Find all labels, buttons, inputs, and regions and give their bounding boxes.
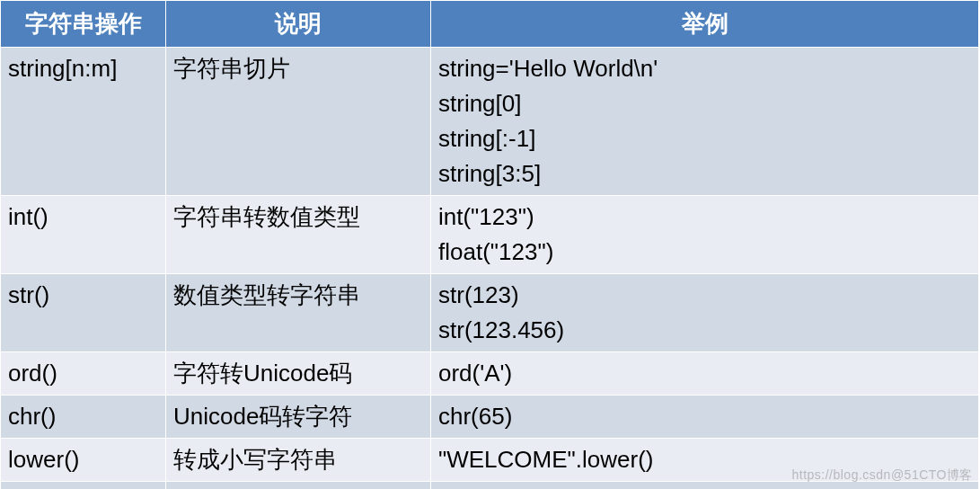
cell-example: chr(65) <box>431 396 979 439</box>
cell-description: 转成小写字符串 <box>166 439 431 482</box>
header-description: 说明 <box>166 1 431 48</box>
cell-example: ord('A') <box>431 352 979 396</box>
cell-example: string='Hello World\n' string[0] string[… <box>431 48 979 196</box>
header-operation: 字符串操作 <box>1 1 166 48</box>
cell-operation: ord() <box>1 352 166 396</box>
cell-operation: lower() <box>1 439 166 482</box>
header-example: 举例 <box>431 1 979 48</box>
table-row: str() 数值类型转字符串 str(123) str(123.456) <box>1 274 979 352</box>
cell-description: 字符串转数值类型 <box>166 196 431 274</box>
table-row: string[n:m] 字符串切片 string='Hello World\n'… <box>1 48 979 196</box>
cell-example: str(123) str(123.456) <box>431 274 979 352</box>
watermark: https://blog.csdn@51CTO博客 <box>791 467 973 484</box>
example-line: chr(65) <box>438 403 512 430</box>
example-line: ord('A') <box>438 360 512 387</box>
cell-example: int("123") float("123") <box>431 196 979 274</box>
string-operations-table: 字符串操作 说明 举例 string[n:m] 字符串切片 string='He… <box>0 0 979 489</box>
example-line: int("123") <box>438 203 534 230</box>
cell-operation: chr() <box>1 396 166 439</box>
table-row: int() 字符串转数值类型 int("123") float("123") <box>1 196 979 274</box>
cell-operation: int() <box>1 196 166 274</box>
example-line: str(123.456) <box>438 316 564 343</box>
example-line: string[:-1] <box>438 125 535 152</box>
cell-description: 数值类型转字符串 <box>166 274 431 352</box>
cell-operation: str() <box>1 274 166 352</box>
example-line: float("123") <box>438 238 553 265</box>
example-line: "WELCOME".lower() <box>438 446 653 473</box>
cell-description: 转成大写字符串 <box>166 482 431 490</box>
example-line: string[3:5] <box>438 160 541 187</box>
example-line: str(123) <box>438 281 519 308</box>
cell-description: 字符串切片 <box>166 48 431 196</box>
cell-description: Unicode码转字符 <box>166 396 431 439</box>
example-line: string[0] <box>438 90 522 117</box>
example-line: string='Hello World\n' <box>438 55 658 82</box>
table-row: chr() Unicode码转字符 chr(65) <box>1 396 979 439</box>
header-row: 字符串操作 说明 举例 <box>1 1 979 48</box>
table-row: ord() 字符转Unicode码 ord('A') <box>1 352 979 396</box>
cell-description: 字符转Unicode码 <box>166 352 431 396</box>
cell-operation: upper() <box>1 482 166 490</box>
cell-operation: string[n:m] <box>1 48 166 196</box>
